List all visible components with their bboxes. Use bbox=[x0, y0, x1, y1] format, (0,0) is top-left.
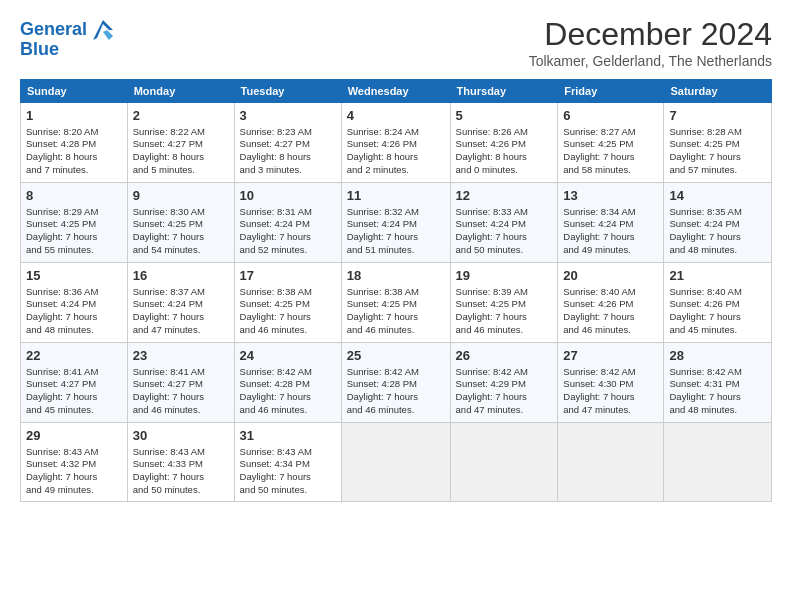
day-info: Sunrise: 8:36 AM Sunset: 4:24 PM Dayligh… bbox=[26, 286, 122, 337]
calendar-cell: 7Sunrise: 8:28 AM Sunset: 4:25 PM Daylig… bbox=[664, 103, 772, 183]
calendar-cell: 17Sunrise: 8:38 AM Sunset: 4:25 PM Dayli… bbox=[234, 263, 341, 343]
day-info: Sunrise: 8:40 AM Sunset: 4:26 PM Dayligh… bbox=[669, 286, 766, 337]
calendar-cell: 14Sunrise: 8:35 AM Sunset: 4:24 PM Dayli… bbox=[664, 183, 772, 263]
logo-text-general: General bbox=[20, 20, 87, 40]
calendar-cell: 26Sunrise: 8:42 AM Sunset: 4:29 PM Dayli… bbox=[450, 343, 558, 423]
day-info: Sunrise: 8:31 AM Sunset: 4:24 PM Dayligh… bbox=[240, 206, 336, 257]
day-info: Sunrise: 8:41 AM Sunset: 4:27 PM Dayligh… bbox=[133, 366, 229, 417]
day-info: Sunrise: 8:42 AM Sunset: 4:28 PM Dayligh… bbox=[240, 366, 336, 417]
calendar-cell: 29Sunrise: 8:43 AM Sunset: 4:32 PM Dayli… bbox=[21, 423, 128, 502]
day-number: 15 bbox=[26, 267, 122, 285]
day-info: Sunrise: 8:32 AM Sunset: 4:24 PM Dayligh… bbox=[347, 206, 445, 257]
calendar-cell bbox=[450, 423, 558, 502]
day-number: 10 bbox=[240, 187, 336, 205]
calendar-cell: 8Sunrise: 8:29 AM Sunset: 4:25 PM Daylig… bbox=[21, 183, 128, 263]
day-info: Sunrise: 8:42 AM Sunset: 4:30 PM Dayligh… bbox=[563, 366, 658, 417]
day-info: Sunrise: 8:43 AM Sunset: 4:33 PM Dayligh… bbox=[133, 446, 229, 497]
weekday-header-friday: Friday bbox=[558, 80, 664, 103]
calendar-cell: 31Sunrise: 8:43 AM Sunset: 4:34 PM Dayli… bbox=[234, 423, 341, 502]
calendar-cell: 21Sunrise: 8:40 AM Sunset: 4:26 PM Dayli… bbox=[664, 263, 772, 343]
day-number: 30 bbox=[133, 427, 229, 445]
day-info: Sunrise: 8:41 AM Sunset: 4:27 PM Dayligh… bbox=[26, 366, 122, 417]
calendar-cell: 3Sunrise: 8:23 AM Sunset: 4:27 PM Daylig… bbox=[234, 103, 341, 183]
calendar-cell: 13Sunrise: 8:34 AM Sunset: 4:24 PM Dayli… bbox=[558, 183, 664, 263]
calendar-table: SundayMondayTuesdayWednesdayThursdayFrid… bbox=[20, 79, 772, 502]
day-info: Sunrise: 8:33 AM Sunset: 4:24 PM Dayligh… bbox=[456, 206, 553, 257]
calendar-cell: 23Sunrise: 8:41 AM Sunset: 4:27 PM Dayli… bbox=[127, 343, 234, 423]
calendar-cell bbox=[558, 423, 664, 502]
weekday-header-sunday: Sunday bbox=[21, 80, 128, 103]
header: General Blue December 2024 Tolkamer, Gel… bbox=[20, 16, 772, 69]
weekday-header-row: SundayMondayTuesdayWednesdayThursdayFrid… bbox=[21, 80, 772, 103]
day-info: Sunrise: 8:43 AM Sunset: 4:32 PM Dayligh… bbox=[26, 446, 122, 497]
day-number: 31 bbox=[240, 427, 336, 445]
day-info: Sunrise: 8:29 AM Sunset: 4:25 PM Dayligh… bbox=[26, 206, 122, 257]
day-number: 1 bbox=[26, 107, 122, 125]
day-number: 23 bbox=[133, 347, 229, 365]
calendar-cell: 5Sunrise: 8:26 AM Sunset: 4:26 PM Daylig… bbox=[450, 103, 558, 183]
calendar-cell: 12Sunrise: 8:33 AM Sunset: 4:24 PM Dayli… bbox=[450, 183, 558, 263]
calendar-cell: 2Sunrise: 8:22 AM Sunset: 4:27 PM Daylig… bbox=[127, 103, 234, 183]
day-info: Sunrise: 8:40 AM Sunset: 4:26 PM Dayligh… bbox=[563, 286, 658, 337]
day-info: Sunrise: 8:28 AM Sunset: 4:25 PM Dayligh… bbox=[669, 126, 766, 177]
day-number: 22 bbox=[26, 347, 122, 365]
weekday-header-thursday: Thursday bbox=[450, 80, 558, 103]
day-info: Sunrise: 8:22 AM Sunset: 4:27 PM Dayligh… bbox=[133, 126, 229, 177]
calendar-cell: 1Sunrise: 8:20 AM Sunset: 4:28 PM Daylig… bbox=[21, 103, 128, 183]
day-info: Sunrise: 8:42 AM Sunset: 4:28 PM Dayligh… bbox=[347, 366, 445, 417]
calendar-cell: 20Sunrise: 8:40 AM Sunset: 4:26 PM Dayli… bbox=[558, 263, 664, 343]
day-number: 17 bbox=[240, 267, 336, 285]
day-number: 11 bbox=[347, 187, 445, 205]
weekday-header-tuesday: Tuesday bbox=[234, 80, 341, 103]
day-info: Sunrise: 8:38 AM Sunset: 4:25 PM Dayligh… bbox=[347, 286, 445, 337]
calendar-cell: 27Sunrise: 8:42 AM Sunset: 4:30 PM Dayli… bbox=[558, 343, 664, 423]
day-info: Sunrise: 8:26 AM Sunset: 4:26 PM Dayligh… bbox=[456, 126, 553, 177]
calendar-cell bbox=[664, 423, 772, 502]
day-number: 16 bbox=[133, 267, 229, 285]
calendar-page: General Blue December 2024 Tolkamer, Gel… bbox=[0, 0, 792, 612]
calendar-cell: 18Sunrise: 8:38 AM Sunset: 4:25 PM Dayli… bbox=[341, 263, 450, 343]
location-subtitle: Tolkamer, Gelderland, The Netherlands bbox=[529, 53, 772, 69]
day-number: 20 bbox=[563, 267, 658, 285]
day-number: 26 bbox=[456, 347, 553, 365]
day-number: 27 bbox=[563, 347, 658, 365]
day-number: 7 bbox=[669, 107, 766, 125]
day-number: 3 bbox=[240, 107, 336, 125]
calendar-cell: 30Sunrise: 8:43 AM Sunset: 4:33 PM Dayli… bbox=[127, 423, 234, 502]
day-number: 25 bbox=[347, 347, 445, 365]
day-number: 2 bbox=[133, 107, 229, 125]
day-number: 24 bbox=[240, 347, 336, 365]
calendar-cell: 15Sunrise: 8:36 AM Sunset: 4:24 PM Dayli… bbox=[21, 263, 128, 343]
weekday-header-monday: Monday bbox=[127, 80, 234, 103]
day-info: Sunrise: 8:34 AM Sunset: 4:24 PM Dayligh… bbox=[563, 206, 658, 257]
day-number: 6 bbox=[563, 107, 658, 125]
day-number: 13 bbox=[563, 187, 658, 205]
day-info: Sunrise: 8:20 AM Sunset: 4:28 PM Dayligh… bbox=[26, 126, 122, 177]
calendar-cell: 28Sunrise: 8:42 AM Sunset: 4:31 PM Dayli… bbox=[664, 343, 772, 423]
day-info: Sunrise: 8:35 AM Sunset: 4:24 PM Dayligh… bbox=[669, 206, 766, 257]
day-number: 14 bbox=[669, 187, 766, 205]
calendar-cell bbox=[341, 423, 450, 502]
day-info: Sunrise: 8:30 AM Sunset: 4:25 PM Dayligh… bbox=[133, 206, 229, 257]
weekday-header-saturday: Saturday bbox=[664, 80, 772, 103]
logo-icon bbox=[89, 16, 117, 44]
day-info: Sunrise: 8:38 AM Sunset: 4:25 PM Dayligh… bbox=[240, 286, 336, 337]
logo-text-blue: Blue bbox=[20, 40, 59, 60]
day-number: 8 bbox=[26, 187, 122, 205]
weekday-header-wednesday: Wednesday bbox=[341, 80, 450, 103]
day-info: Sunrise: 8:43 AM Sunset: 4:34 PM Dayligh… bbox=[240, 446, 336, 497]
calendar-cell: 6Sunrise: 8:27 AM Sunset: 4:25 PM Daylig… bbox=[558, 103, 664, 183]
day-info: Sunrise: 8:42 AM Sunset: 4:29 PM Dayligh… bbox=[456, 366, 553, 417]
day-number: 9 bbox=[133, 187, 229, 205]
calendar-cell: 24Sunrise: 8:42 AM Sunset: 4:28 PM Dayli… bbox=[234, 343, 341, 423]
day-number: 19 bbox=[456, 267, 553, 285]
calendar-cell: 19Sunrise: 8:39 AM Sunset: 4:25 PM Dayli… bbox=[450, 263, 558, 343]
svg-marker-1 bbox=[103, 30, 113, 40]
calendar-cell: 4Sunrise: 8:24 AM Sunset: 4:26 PM Daylig… bbox=[341, 103, 450, 183]
day-number: 21 bbox=[669, 267, 766, 285]
day-info: Sunrise: 8:27 AM Sunset: 4:25 PM Dayligh… bbox=[563, 126, 658, 177]
title-section: December 2024 Tolkamer, Gelderland, The … bbox=[529, 16, 772, 69]
logo: General Blue bbox=[20, 16, 117, 60]
calendar-cell: 11Sunrise: 8:32 AM Sunset: 4:24 PM Dayli… bbox=[341, 183, 450, 263]
calendar-cell: 22Sunrise: 8:41 AM Sunset: 4:27 PM Dayli… bbox=[21, 343, 128, 423]
